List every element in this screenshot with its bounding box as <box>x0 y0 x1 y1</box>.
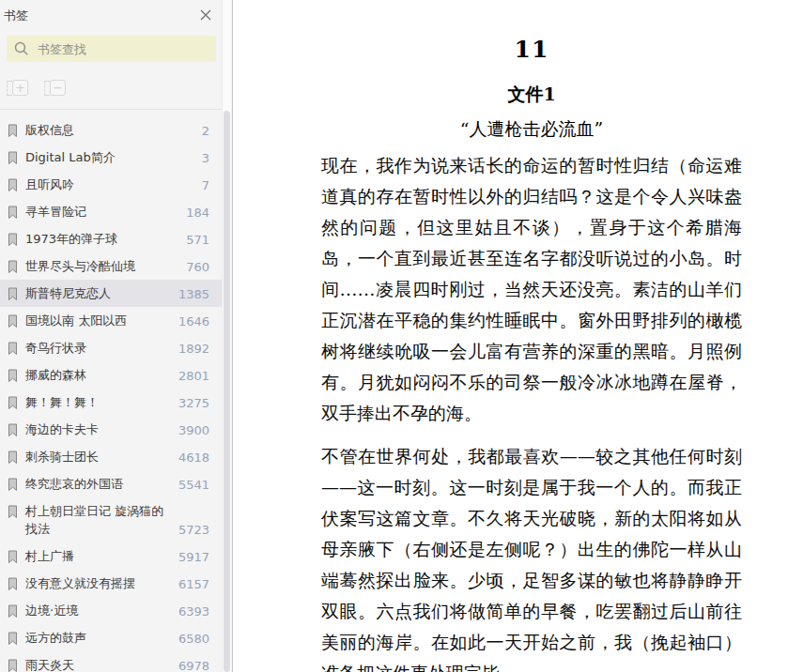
body-paragraph: 不管在世界何处，我都最喜欢——较之其他任何时刻——这一时刻。这一时刻是属于我一个… <box>321 441 742 672</box>
bookmark-label-wrap: Digital Lab简介 <box>8 148 196 166</box>
bookmark-title: 刺杀骑士团长 <box>25 448 99 466</box>
bookmark-icon <box>8 451 18 465</box>
bookmark-icon <box>8 287 18 301</box>
bookmark-label-wrap: 远方的鼓声 <box>8 629 173 647</box>
bookmark-icon <box>8 604 18 619</box>
bookmark-page-number: 760 <box>180 259 209 275</box>
bookmark-icon <box>8 478 18 492</box>
bookmark-page-number: 6978 <box>173 658 209 672</box>
section-title: 文件1 <box>321 84 742 103</box>
bookmark-icon <box>8 342 18 356</box>
bookmark-row[interactable]: 版权信息 2 <box>0 116 223 144</box>
bookmark-label-wrap: 版权信息 <box>8 121 196 139</box>
collapse-all-button[interactable]: − <box>44 78 67 99</box>
bookmark-row[interactable]: 1973年的弹子球 571 <box>0 225 223 252</box>
bookmark-row[interactable]: 雨天炎天 6978 <box>0 651 223 672</box>
bookmark-title: 终究悲哀的外国语 <box>25 475 123 493</box>
bookmark-row[interactable]: 村上朝日堂日记 旋涡猫的找法 5723 <box>0 497 223 542</box>
bookmark-icon <box>8 178 18 192</box>
bookmark-row[interactable]: 刺杀骑士团长 4618 <box>0 443 223 470</box>
bookmark-icon <box>8 632 18 646</box>
bookmark-icon <box>8 550 18 564</box>
bookmark-page-number: 4618 <box>173 450 209 466</box>
bookmarks-header: 书签 <box>0 0 223 28</box>
bookmark-row[interactable]: 国境以南 太阳以西 1646 <box>0 307 223 334</box>
bookmark-page-number: 7 <box>196 177 209 193</box>
bookmark-label-wrap: 寻羊冒险记 <box>8 203 180 221</box>
bookmark-title: 没有意义就没有摇摆 <box>25 574 135 592</box>
bookmark-row[interactable]: 世界尽头与冷酷仙境 760 <box>0 252 223 280</box>
bookmark-title: 版权信息 <box>25 121 74 139</box>
bookmark-title: 1973年的弹子球 <box>25 230 117 248</box>
bookmark-page-number: 3 <box>196 150 209 166</box>
bookmark-title: Digital Lab简介 <box>25 148 116 166</box>
bookmark-icon <box>8 659 18 672</box>
bookmark-tree-toolbar: + − <box>7 78 223 100</box>
bookmark-icon <box>8 314 18 328</box>
reading-pane: 11 文件1 “人遭枪击必流血” 现在，我作为说来话长的命运的暂时性归结（命运难… <box>233 0 788 672</box>
chapter-number: 11 <box>321 38 742 62</box>
bookmark-page-number: 184 <box>180 205 209 221</box>
bookmark-search-input[interactable] <box>38 42 209 56</box>
close-icon[interactable] <box>198 8 213 23</box>
bookmark-row[interactable]: 挪威的森林 2801 <box>0 361 223 389</box>
bookmark-label-wrap: 村上朝日堂日记 旋涡猫的找法 <box>8 502 173 538</box>
expand-all-button[interactable]: + <box>7 78 29 99</box>
bookmark-label-wrap: 世界尽头与冷酷仙境 <box>8 257 180 275</box>
bookmark-icon <box>8 577 18 591</box>
bookmark-page-number: 6580 <box>173 631 209 647</box>
bookmark-row[interactable]: 舞！舞！舞！ 3275 <box>0 389 223 416</box>
bookmark-label-wrap: 终究悲哀的外国语 <box>8 475 173 493</box>
bookmark-icon <box>8 396 18 410</box>
bookmark-icon <box>8 233 18 247</box>
bookmark-row[interactable]: 边境·近境 6393 <box>0 597 223 624</box>
sidebar-scrollbar[interactable] <box>222 0 231 672</box>
bookmark-label-wrap: 且听风吟 <box>8 176 196 193</box>
bookmark-row[interactable]: 且听风吟 7 <box>0 171 223 198</box>
ebook-reader-window: 书签 + − <box>0 0 788 672</box>
bookmark-title: 挪威的森林 <box>25 366 86 384</box>
search-icon <box>14 41 29 56</box>
sidebar-scrollbar-thumb[interactable] <box>224 111 230 672</box>
bookmark-icon <box>8 423 18 437</box>
bookmark-title: 舞！舞！舞！ <box>25 393 99 411</box>
bookmark-label-wrap: 奇鸟行状录 <box>8 339 173 357</box>
bookmark-row[interactable]: 村上广播 5917 <box>0 542 223 570</box>
collapse-all-icon: − <box>50 80 66 96</box>
bookmark-page-number: 3275 <box>173 395 209 411</box>
bookmark-page-number: 5917 <box>173 549 209 565</box>
bookmarks-panel: 书签 + − <box>0 0 233 672</box>
bookmark-row[interactable]: 海边的卡夫卡 3900 <box>0 416 223 443</box>
bookmark-page-number: 2801 <box>173 368 209 384</box>
bookmark-row[interactable]: 奇鸟行状录 1892 <box>0 334 223 361</box>
bookmark-page-number: 5723 <box>173 522 209 538</box>
bookmark-label-wrap: 雨天炎天 <box>8 656 173 672</box>
bookmark-icon <box>8 124 18 138</box>
bookmark-icon <box>8 260 18 274</box>
bookmark-page-number: 1892 <box>173 341 209 357</box>
body-paragraph: 现在，我作为说来话长的命运的暂时性归结（命运难道真的存在暂时性以外的归结吗？这是… <box>321 150 742 429</box>
bookmark-row[interactable]: 寻羊冒险记 184 <box>0 198 223 225</box>
bookmark-search-box[interactable] <box>7 36 216 62</box>
bookmark-row[interactable]: 终究悲哀的外国语 5541 <box>0 470 223 497</box>
bookmark-label-wrap: 边境·近境 <box>8 602 173 619</box>
bookmark-row[interactable]: 没有意义就没有摇摆 6157 <box>0 570 223 597</box>
bookmark-label-wrap: 国境以南 太阳以西 <box>8 312 173 329</box>
bookmark-title: 海边的卡夫卡 <box>25 420 99 438</box>
bookmark-row[interactable]: 斯普特尼克恋人 1385 <box>0 280 223 307</box>
bookmark-label-wrap: 挪威的森林 <box>8 366 173 384</box>
bookmarks-panel-inner: 书签 + − <box>0 0 223 672</box>
bookmark-title: 奇鸟行状录 <box>25 339 86 357</box>
bookmark-list: 版权信息 2 Digital Lab简介 3 且听风吟 7 寻羊冒险记 184 <box>0 110 223 672</box>
bookmark-row[interactable]: 远方的鼓声 6580 <box>0 624 223 651</box>
bookmark-page-number: 6393 <box>173 603 209 619</box>
bookmark-title: 且听风吟 <box>25 176 74 193</box>
bookmark-page-number: 6157 <box>173 576 209 592</box>
chapter-quote: “人遭枪击必流血” <box>321 119 742 138</box>
bookmark-title: 寻羊冒险记 <box>25 203 86 221</box>
bookmark-title: 斯普特尼克恋人 <box>25 284 111 302</box>
bookmark-row[interactable]: Digital Lab简介 3 <box>0 144 223 171</box>
bookmark-page-number: 1385 <box>173 286 209 302</box>
bookmark-icon <box>8 206 18 220</box>
page-content: 11 文件1 “人遭枪击必流血” 现在，我作为说来话长的命运的暂时性归结（命运难… <box>321 38 742 672</box>
